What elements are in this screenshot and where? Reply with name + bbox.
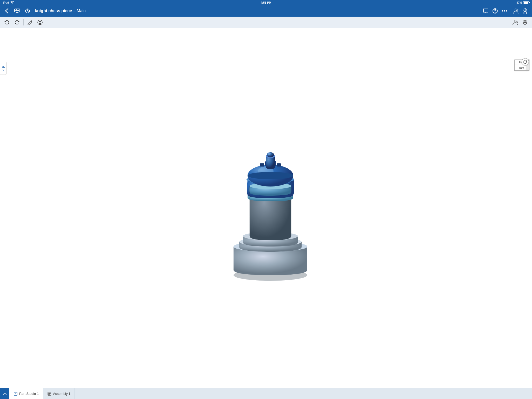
svg-point-22	[41, 21, 41, 22]
left-panel-toggle[interactable]	[0, 62, 7, 75]
3d-viewport[interactable]: Top Front	[0, 28, 266, 200]
status-bar: iPad 4:53 PM 87%	[0, 0, 266, 5]
svg-rect-56	[260, 163, 264, 167]
wifi-icon	[10, 1, 14, 4]
redo-button[interactable]	[12, 18, 21, 26]
svg-point-20	[38, 20, 42, 25]
workspace-icon[interactable]	[13, 7, 21, 15]
history-button[interactable]	[23, 7, 32, 15]
toolbar-divider	[23, 19, 24, 25]
main-toolbar: knight chess piece – Main	[0, 5, 266, 17]
appearance-button[interactable]	[36, 18, 44, 26]
document-title: knight chess piece – Main	[35, 9, 266, 13]
back-button[interactable]	[3, 7, 11, 15]
sketch-button[interactable]	[26, 18, 35, 26]
status-time: 4:53 PM	[261, 1, 266, 4]
chess-piece-model	[222, 130, 266, 200]
device-label: iPad	[3, 1, 9, 4]
status-left: iPad	[3, 1, 14, 4]
secondary-toolbar	[0, 17, 266, 28]
svg-point-21	[39, 21, 40, 22]
undo-button[interactable]	[3, 18, 11, 26]
svg-line-19	[28, 24, 28, 25]
